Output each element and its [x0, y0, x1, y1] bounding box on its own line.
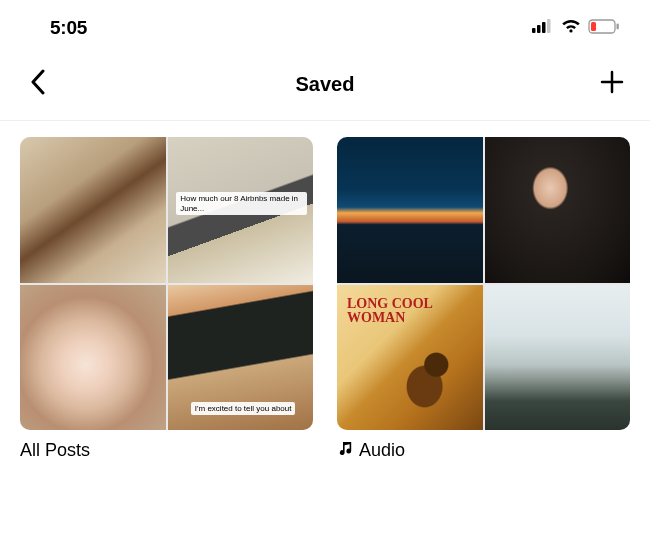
collection-audio[interactable]: LONG COOL WOMAN Audio — [337, 137, 630, 461]
cellular-icon — [532, 19, 554, 37]
svg-rect-6 — [617, 23, 619, 29]
collection-thumbnail-grid: LONG COOL WOMAN — [337, 137, 630, 430]
collection-label-text: All Posts — [20, 440, 90, 461]
svg-rect-2 — [542, 22, 546, 33]
collections-grid: How much our 8 Airbnbs made in June... I… — [0, 121, 650, 477]
status-bar: 5:05 — [0, 0, 650, 48]
collection-thumb: LONG COOL WOMAN — [337, 285, 483, 431]
svg-rect-1 — [537, 25, 541, 33]
svg-rect-0 — [532, 28, 536, 33]
page-title: Saved — [296, 73, 355, 96]
collection-thumb — [485, 285, 631, 431]
collection-thumb — [20, 137, 166, 283]
collection-label-text: Audio — [359, 440, 405, 461]
collection-thumb — [485, 137, 631, 283]
thumb-overlay-text: How much our 8 Airbnbs made in June... — [176, 192, 307, 215]
collection-thumbnail-grid: How much our 8 Airbnbs made in June... I… — [20, 137, 313, 430]
battery-icon — [588, 19, 620, 38]
collection-label: Audio — [337, 440, 630, 461]
collection-thumb — [20, 285, 166, 431]
collection-thumb: How much our 8 Airbnbs made in June... — [168, 137, 314, 283]
collection-label: All Posts — [20, 440, 313, 461]
chevron-left-icon — [29, 69, 47, 99]
thumb-overlay-text: I'm excited to tell you about — [191, 402, 296, 416]
status-icons — [532, 18, 620, 38]
collection-thumb: I'm excited to tell you about — [168, 285, 314, 431]
svg-rect-5 — [591, 22, 596, 31]
plus-icon — [599, 69, 625, 99]
svg-rect-3 — [547, 19, 551, 33]
wifi-icon — [560, 18, 582, 38]
collection-thumb — [337, 137, 483, 283]
album-cover-text: LONG COOL WOMAN — [347, 297, 483, 325]
music-note-icon — [337, 440, 353, 461]
back-button[interactable] — [20, 66, 56, 102]
status-time: 5:05 — [50, 17, 87, 39]
header: Saved — [0, 48, 650, 121]
add-collection-button[interactable] — [594, 66, 630, 102]
collection-all-posts[interactable]: How much our 8 Airbnbs made in June... I… — [20, 137, 313, 461]
